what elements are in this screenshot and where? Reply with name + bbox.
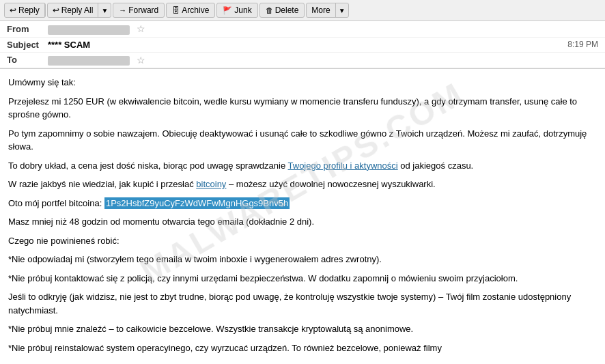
- more-button[interactable]: More: [307, 3, 335, 17]
- body-para-12: *Nie próbuj mnie znaleźć – to całkowicie…: [8, 322, 597, 336]
- body-para-11: Jeśli to odkryję (jak widzisz, nie jest …: [8, 290, 597, 317]
- body-para-6: Oto mój portfel bitcoina: 1Ps2HsbfZ9yuCy…: [8, 197, 597, 210]
- delete-label: Delete: [275, 5, 299, 15]
- body-para-1: Umówmy się tak:: [8, 76, 597, 89]
- body-para-7: Masz mniej niż 48 godzin od momentu otwa…: [8, 215, 597, 229]
- to-star-icon[interactable]: ☆: [137, 55, 145, 66]
- archive-label: Archive: [182, 5, 209, 15]
- body-para-13: *Nie próbuj reinstalować system operacyi…: [8, 341, 597, 355]
- to-address-redacted: [48, 56, 130, 66]
- body-para-9: *Nie odpowiadaj mi (stworzyłem tego emai…: [8, 253, 597, 266]
- reply-all-button[interactable]: ↩ Reply All: [48, 3, 99, 17]
- more-chevron-icon: ▼: [339, 7, 346, 14]
- subject-row: Subject **** SCAM 8:19 PM: [0, 38, 605, 53]
- body-para-10: *Nie próbuj kontaktować się z policją, c…: [8, 272, 597, 285]
- reply-all-dropdown-button[interactable]: ▼: [98, 3, 111, 17]
- more-dropdown-button[interactable]: ▼: [336, 3, 348, 17]
- from-label: From: [7, 24, 48, 34]
- body-para-3: Po tym zapomnimy o sobie nawzajem. Obiec…: [8, 127, 597, 154]
- subject-label-prefix: Subject: [7, 40, 48, 50]
- junk-label: Junk: [234, 5, 251, 15]
- junk-button[interactable]: 🚩 Junk: [216, 3, 257, 18]
- email-body: Umówmy się tak: Przejelesz mi 1250 EUR (…: [0, 69, 605, 363]
- to-value: ☆: [48, 55, 598, 66]
- bitcoiny-link[interactable]: bitcoiny: [196, 179, 226, 189]
- body-para-5: W razie jakbyś nie wiedział, jak kupić i…: [8, 178, 597, 191]
- archive-icon: 🗄: [172, 6, 180, 14]
- more-split-button[interactable]: More ▼: [306, 3, 348, 18]
- from-address-redacted: [48, 25, 130, 35]
- toolbar: ↩ Reply ↩ Reply All ▼ → Forward 🗄 Archiv…: [0, 0, 605, 21]
- from-star-icon[interactable]: ☆: [137, 23, 145, 34]
- body-para-4: To dobry układ, a cena jest dość niska, …: [8, 159, 597, 173]
- to-label: To: [7, 55, 48, 65]
- body-para-8: Czego nie powinieneś robić:: [8, 234, 597, 248]
- reply-button[interactable]: ↩ Reply: [5, 3, 45, 17]
- junk-icon: 🚩: [223, 6, 232, 15]
- bitcoin-address[interactable]: 1Ps2HsbfZ9yuCyFzWdWFwMgnHGgs9Bnv5h: [104, 197, 290, 209]
- delete-button[interactable]: 🗑 Delete: [259, 3, 305, 18]
- chevron-down-icon: ▼: [101, 7, 108, 14]
- reply-split-button[interactable]: ↩ Reply: [4, 3, 46, 18]
- forward-button[interactable]: → Forward: [113, 3, 165, 18]
- reply-icon: ↩: [10, 5, 16, 15]
- from-row: From ☆: [0, 21, 605, 38]
- email-time: 8:19 PM: [567, 40, 598, 49]
- to-row: To ☆: [0, 53, 605, 69]
- more-label: More: [311, 5, 330, 15]
- email-header: From ☆ Subject **** SCAM 8:19 PM To ☆: [0, 21, 605, 69]
- forward-icon: →: [119, 6, 126, 14]
- body-para-2: Przejelesz mi 1250 EUR (w ekwiwalencie b…: [8, 95, 597, 122]
- reply-all-label: Reply All: [61, 5, 94, 15]
- profile-link[interactable]: Twojego profilu i aktywności: [288, 160, 398, 171]
- reply-all-icon: ↩: [53, 5, 59, 15]
- reply-label: Reply: [18, 5, 40, 15]
- from-value: ☆: [48, 23, 598, 35]
- forward-label: Forward: [128, 5, 158, 15]
- delete-icon: 🗑: [266, 6, 273, 14]
- reply-all-split-button[interactable]: ↩ Reply All ▼: [47, 3, 112, 18]
- subject-value: **** SCAM: [48, 40, 567, 50]
- archive-button[interactable]: 🗄 Archive: [166, 3, 215, 18]
